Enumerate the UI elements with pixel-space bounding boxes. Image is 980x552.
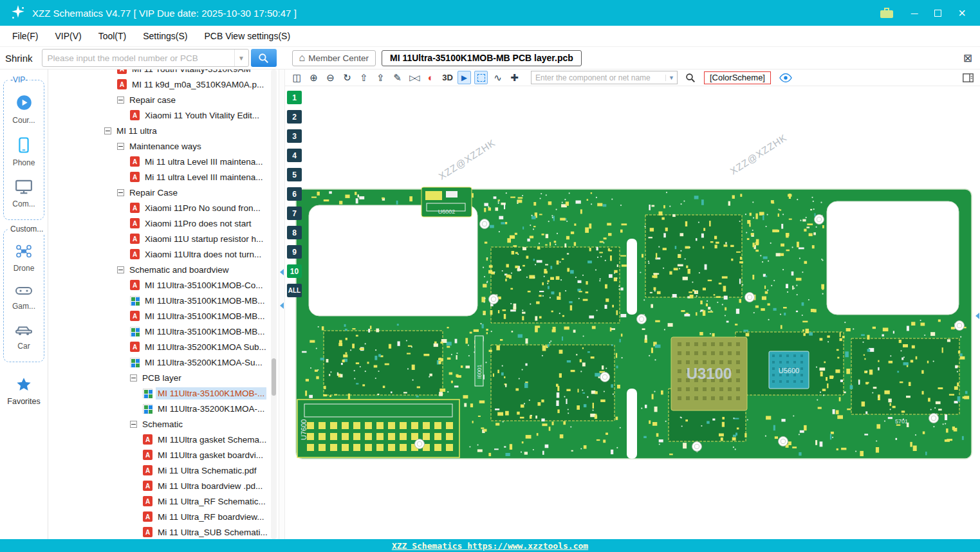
tree-item-xiaomi-11-youth-vitality-edit[interactable]: AXiaomi 11 Youth Vitality Edit... xyxy=(48,107,279,123)
layer-5-button[interactable]: 5 xyxy=(287,168,302,181)
tree-item-mi-11-ultra-rf-schematic[interactable]: AMi 11 Ultra_RF Schematic... xyxy=(48,493,279,509)
document-tab[interactable]: MI 11Ultra-35100K1MOB-MB PCB layer.pcb xyxy=(382,50,582,66)
menu-item-tool-t[interactable]: Tool(T) xyxy=(90,26,135,47)
pcb-board-view[interactable]: U3100 U5600 U7600 U6002 I6001 5701 XZZ@X… xyxy=(285,86,980,539)
tree-item-mi-11ultra-35200k1moa-su[interactable]: MI 11Ultra-35200K1MOA-Su... xyxy=(48,354,279,370)
zoom-refresh-icon[interactable]: ↻ xyxy=(340,71,354,84)
net-search-input[interactable] xyxy=(532,73,665,82)
sidebar-item-car[interactable]: Car xyxy=(4,317,44,356)
tree-item-mi-11-ultra-boardview-pd[interactable]: AMi 11 Ultra boardview .pd... xyxy=(48,478,279,493)
member-center-button[interactable]: ⌂ Member Center xyxy=(292,50,376,66)
shrink-button[interactable]: Shrink xyxy=(5,53,33,64)
layer-panel-icon[interactable] xyxy=(963,73,974,82)
model-search-combo[interactable]: ▼ xyxy=(42,49,249,67)
split-view-icon[interactable]: ◫ xyxy=(290,71,304,84)
tree-node-schematic-and-boardview[interactable]: Schematic and boardview xyxy=(48,262,279,277)
curve-measure-icon[interactable]: ∿ xyxy=(491,71,504,84)
board-top-icon[interactable]: ⇧ xyxy=(357,71,371,84)
tree-scrollbar-thumb[interactable] xyxy=(272,358,276,396)
layer-4-button[interactable]: 4 xyxy=(287,149,302,162)
collapse-left-icon[interactable] xyxy=(280,269,284,275)
sidebar-item-favorites[interactable]: Favorites xyxy=(0,376,48,406)
collapse-left-icon[interactable] xyxy=(280,302,284,309)
tree-scrollbar[interactable] xyxy=(271,69,277,539)
menu-item-pcb-view-settings-s[interactable]: PCB View settings(S) xyxy=(196,26,299,47)
three-d-icon[interactable]: 3D xyxy=(441,71,454,84)
tree-item-mi-11ultra-35200k1moa-sub[interactable]: AMI 11Ultra-35200K1MOA Sub... xyxy=(48,339,279,354)
layer-3-button[interactable]: 3 xyxy=(287,129,302,143)
menu-item-file-f[interactable]: File(F) xyxy=(4,26,46,47)
tree-node-pcb-layer[interactable]: PCB layer xyxy=(48,370,279,385)
tree-item-mi-11ultra-gasket-boardvi[interactable]: AMI 11Ultra gasket boardvi... xyxy=(48,447,279,463)
panel-splitter[interactable] xyxy=(279,69,285,539)
tree-item-mi-11-ultra-schematic-pdf[interactable]: AMi 11 Ultra Schematic.pdf xyxy=(48,463,279,478)
colorscheme-button[interactable]: [ColorScheme] xyxy=(704,71,771,84)
tree-item-mi-11ultra-gasket-schema[interactable]: AMI 11Ultra gasket Schema... xyxy=(48,432,279,447)
layer-7-button[interactable]: 7 xyxy=(287,207,302,220)
combo-chevron-down-icon[interactable]: ▼ xyxy=(234,50,248,66)
tree-item-xiaomi-11pro-no-sound-fron[interactable]: AXiaomi 11Pro No sound fron... xyxy=(48,200,279,216)
sidebar-item-drone[interactable]: Drone xyxy=(4,237,44,279)
tree-item-mi-11ultra-35100k1mob[interactable]: MI 11Ultra-35100K1MOB-... xyxy=(48,385,279,401)
tree-item-mi-11ultra-35100k1mob-mb[interactable]: AMI 11Ultra-35100K1MOB-MB... xyxy=(48,308,279,324)
area-select-icon[interactable] xyxy=(474,71,488,84)
tree-node-repair-case[interactable]: Repair case xyxy=(48,92,279,107)
tree-item-mi-11ultra-35100k1mob-co[interactable]: AMI 11Ultra-35100K1MOB-Co... xyxy=(48,277,279,293)
menu-item-vip-v[interactable]: VIP(V) xyxy=(46,26,89,47)
tree-node-maintenance-ways[interactable]: Maintenance ways xyxy=(48,138,279,154)
tree-item-xiaomi-11u-startup-resistor-h[interactable]: AXiaomi 11U startup resistor h... xyxy=(48,231,279,246)
tree-item-mi-11-k9d-m0a-3510k9am0a-p[interactable]: AMI 11 k9d_m0a_3510K9AM0A.p... xyxy=(48,77,279,92)
tree-item-mi-11-ultra-level-iii-maintena[interactable]: AMi 11 ultra Level III maintena... xyxy=(48,154,279,169)
tree-node-mi-11-ultra[interactable]: MI 11 ultra xyxy=(48,123,279,138)
close-panel-icon[interactable]: ⊠ xyxy=(963,51,972,65)
layer-9-button[interactable]: 9 xyxy=(287,245,302,259)
format-brush-icon[interactable]: ✎ xyxy=(391,71,404,84)
layer-all-button[interactable]: ALL xyxy=(287,284,302,297)
layer-10-button[interactable]: 10 xyxy=(287,264,302,278)
visibility-eye-icon[interactable] xyxy=(779,73,792,82)
collapse-icon[interactable] xyxy=(117,97,124,104)
tree-item-mi-11-ultra-rf-boardview[interactable]: AMi 11 Ultra_RF boardview... xyxy=(48,509,279,524)
sidebar-item-com[interactable]: Com... xyxy=(4,173,44,214)
layer-8-button[interactable]: 8 xyxy=(287,226,302,239)
layer-2-button[interactable]: 2 xyxy=(287,110,302,124)
layer-6-button[interactable]: 6 xyxy=(287,187,302,201)
pcb-canvas[interactable]: 12345678910ALL xyxy=(285,86,980,539)
pan-hand-icon[interactable]: ✚ xyxy=(508,71,521,84)
menu-item-settings-s[interactable]: Settings(S) xyxy=(134,26,196,47)
mirror-flip-icon[interactable]: ◐ xyxy=(424,71,438,84)
search-button[interactable] xyxy=(251,49,277,67)
sidebar-item-gam[interactable]: Gam... xyxy=(4,279,44,317)
tree-item-mi-11ultra-35100k1mob-mb[interactable]: MI 11Ultra-35100K1MOB-MB... xyxy=(48,293,279,308)
mirror-horizontal-icon[interactable]: ▷◁ xyxy=(407,71,421,84)
status-link[interactable]: XZZ Schematics https://www.xzztools.com xyxy=(392,541,588,551)
net-search-combo[interactable]: ▼ xyxy=(531,71,678,84)
zoom-in-icon[interactable]: ⊕ xyxy=(307,71,320,84)
tree-item-mi-11ultra-35200k1moa[interactable]: MI 11Ultra-35200K1MOA-... xyxy=(48,401,279,416)
tree-item-mi-11-ultra-sub-schemati[interactable]: AMi 11 Ultra_SUB Schemati... xyxy=(48,524,279,539)
maximize-button[interactable] xyxy=(934,10,941,17)
pointer-icon[interactable]: ► xyxy=(458,71,471,84)
collapse-icon[interactable] xyxy=(117,266,124,273)
minimize-button[interactable]: ─ xyxy=(911,8,918,19)
tree-item-mi-11-ultra-level-iii-maintena[interactable]: AMi 11 ultra Level III maintena... xyxy=(48,169,279,185)
zoom-out-icon[interactable]: ⊖ xyxy=(324,71,337,84)
tree-item-xiaomi-11pro-does-not-start[interactable]: AXiaomi 11Pro does not start xyxy=(48,216,279,231)
collapse-icon[interactable] xyxy=(130,421,137,428)
tree-item-mi-11-youth-vitality-3510k9am[interactable]: AMI 11 Youth Vitality-3510K9AM xyxy=(48,69,279,77)
collapse-icon[interactable] xyxy=(117,189,124,196)
collapse-icon[interactable] xyxy=(104,127,111,134)
layer-1-button[interactable]: 1 xyxy=(287,91,302,104)
tree-item-mi-11ultra-35100k1mob-mb[interactable]: MI 11Ultra-35100K1MOB-MB... xyxy=(48,324,279,339)
net-search-icon[interactable] xyxy=(685,73,696,83)
close-button[interactable]: × xyxy=(958,6,966,19)
tree-node-schematic[interactable]: Schematic xyxy=(48,416,279,432)
net-combo-chevron-down-icon[interactable]: ▼ xyxy=(665,75,677,81)
tree-item-xiaomi-11ultra-does-not-turn[interactable]: AXiaomi 11Ultra does not turn... xyxy=(48,246,279,262)
board-bottom-icon[interactable]: ⇪ xyxy=(374,71,387,84)
model-search-input[interactable] xyxy=(42,53,234,63)
license-briefcase-icon[interactable] xyxy=(879,6,894,20)
collapse-icon[interactable] xyxy=(130,374,137,382)
sidebar-item-cour[interactable]: Cour... xyxy=(4,88,44,131)
collapse-icon[interactable] xyxy=(117,143,124,150)
